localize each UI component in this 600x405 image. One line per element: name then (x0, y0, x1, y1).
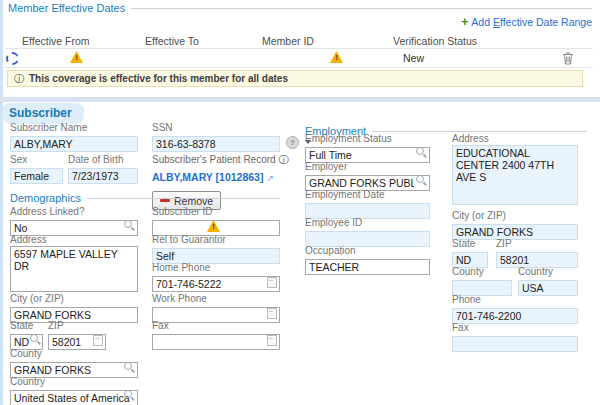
employment-city-label: City (or ZIP) (452, 210, 578, 221)
dob-input[interactable] (68, 168, 138, 184)
ssn-input[interactable] (152, 136, 280, 152)
home-phone-label: Home Phone (152, 262, 280, 273)
field-work-phone: Work Phone (152, 293, 280, 323)
search-icon[interactable] (416, 147, 427, 158)
search-icon[interactable] (30, 334, 41, 345)
field-home-phone: Home Phone (152, 262, 280, 292)
employment-county-label: County (452, 266, 512, 277)
country-input[interactable] (10, 390, 138, 405)
table-row-separator (5, 67, 593, 68)
city-label: City (or ZIP) (10, 293, 138, 304)
coverage-notice-text: This coverage is effective for this memb… (29, 73, 288, 84)
work-phone-label: Work Phone (152, 293, 280, 304)
search-icon[interactable] (124, 362, 135, 373)
field-employment-county: County (452, 266, 512, 296)
search-icon[interactable] (124, 390, 135, 401)
open-patient-record-icon[interactable]: ↗ (266, 173, 274, 183)
sex-input[interactable] (10, 168, 63, 184)
employment-zip-label: ZIP (496, 238, 578, 249)
occupation-input[interactable] (305, 259, 430, 275)
country-label: Country (10, 376, 138, 387)
fax-input[interactable] (152, 334, 280, 350)
add-link-text: Add (471, 16, 493, 28)
col-verification-status: Verification Status (393, 35, 477, 47)
field-employer: Employer (305, 161, 430, 191)
member-effective-dates-title: Member Effective Dates (8, 2, 125, 14)
search-icon[interactable] (416, 175, 427, 186)
field-zip: ZIP (48, 320, 106, 350)
field-employment-country: Country (518, 266, 578, 296)
field-employment-city: City (or ZIP) (452, 210, 578, 240)
info-icon: ⓘ (14, 72, 24, 86)
ssn-label: SSN (152, 122, 280, 133)
subscriber-id-label: Subscriber ID (152, 206, 280, 217)
member-effective-dates-header: Member Effective Dates (8, 2, 592, 14)
patient-record-label: Subscriber's Patient Record ⓘ (152, 154, 312, 165)
address-label: Address (10, 234, 138, 245)
field-dob: Date of Birth (68, 154, 138, 184)
employer-label: Employer (305, 161, 430, 172)
col-member-id: Member ID (262, 35, 314, 47)
subscriber-section: Subscriber Subscriber Name SSN ? Sex Dat… (0, 97, 600, 405)
subscriber-name-label: Subscriber Name (10, 122, 138, 133)
employment-date-label: Employment Date (305, 189, 430, 200)
phone-icon[interactable] (267, 277, 277, 288)
subscriber-name-input[interactable] (10, 136, 138, 152)
tab-subscriber[interactable]: Subscriber (2, 103, 84, 124)
ssn-help-icon[interactable]: ? (286, 136, 299, 149)
employment-address-textarea[interactable]: EDUCATIONAL CENTER 2400 47TH AVE S (452, 145, 578, 205)
phone-icon[interactable] (267, 308, 277, 319)
demographics-rule (87, 198, 280, 199)
address-textarea[interactable]: 6597 MAPLE VALLEY DR (10, 246, 138, 292)
phone-icon[interactable] (267, 335, 277, 346)
employment-address-label: Address (452, 133, 578, 144)
employment-rule (372, 131, 587, 132)
field-employment-zip: ZIP (496, 238, 578, 268)
employment-state-label: State (452, 238, 488, 249)
field-county: County (10, 348, 138, 378)
employment-status-label: Employment Status (305, 133, 430, 144)
patient-record-info-icon[interactable]: ⓘ (278, 154, 288, 165)
employee-id-label: Employee ID (305, 217, 430, 228)
field-employment-state: State (452, 238, 488, 268)
dob-label: Date of Birth (68, 154, 138, 165)
field-address-linked: Address Linked? (10, 206, 138, 236)
field-occupation: Occupation (305, 245, 430, 275)
zip-icon[interactable] (93, 335, 103, 346)
demographics-header: Demographics (10, 192, 280, 204)
add-effective-date-range-link[interactable]: +Add Effective Date Range (461, 15, 592, 29)
field-ssn: SSN (152, 122, 280, 152)
zip-label: ZIP (48, 320, 106, 331)
field-state: State (10, 320, 43, 350)
add-icon: + (461, 15, 468, 29)
field-subscriber-name: Subscriber Name (10, 122, 138, 152)
patient-record-label-text: Subscriber's Patient Record (152, 154, 276, 165)
field-employment-date: Employment Date (305, 189, 430, 219)
coverage-page: Member Effective Dates +Add Effective Da… (0, 0, 600, 405)
state-label: State (10, 320, 43, 331)
effective-from-warning-icon (70, 51, 83, 63)
verification-status-value: New (403, 52, 424, 64)
employment-fax-input[interactable] (452, 336, 578, 352)
field-employee-id: Employee ID (305, 217, 430, 247)
header-rule (131, 8, 592, 9)
col-effective-from: Effective From (22, 35, 90, 47)
field-country: Country (10, 376, 138, 405)
sex-label: Sex (10, 154, 63, 165)
search-icon[interactable] (124, 220, 135, 231)
field-city: City (or ZIP) (10, 293, 138, 323)
employment-fax-label: Fax (452, 322, 578, 333)
employment-country-label: Country (518, 266, 578, 277)
field-rel-to-guarantor: Rel to Guarantor (152, 234, 280, 264)
occupation-label: Occupation (305, 245, 430, 256)
field-employment-status: Employment Status (305, 133, 430, 163)
employment-phone-label: Phone (452, 294, 578, 305)
home-phone-input[interactable] (152, 276, 280, 292)
patient-record-link[interactable]: ALBY,MARY [1012863] (152, 171, 263, 183)
sync-icon[interactable] (6, 52, 19, 65)
member-id-warning-icon (330, 51, 343, 63)
field-employment-address: Address EDUCATIONAL CENTER 2400 47TH AVE… (452, 133, 578, 209)
add-link-text-rest: ffective Date Range (500, 16, 592, 28)
address-linked-label: Address Linked? (10, 206, 138, 217)
county-label: County (10, 348, 138, 359)
